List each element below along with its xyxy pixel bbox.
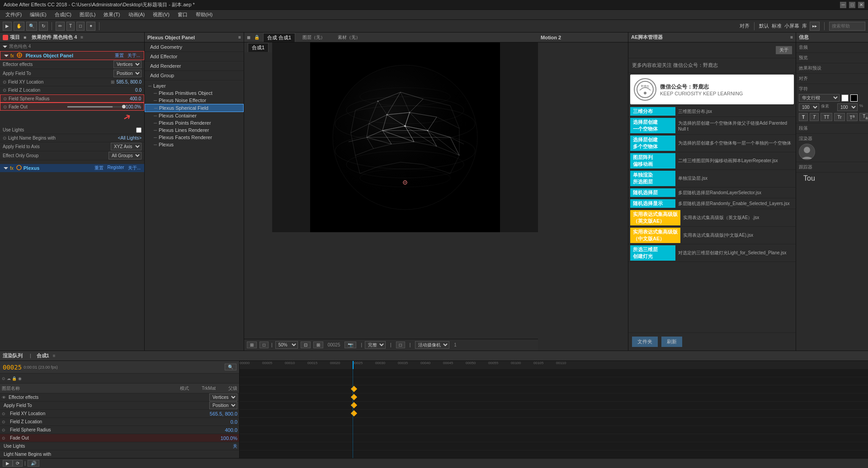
- menu-help[interactable]: 帮助(H): [192, 10, 216, 19]
- about-button[interactable]: 关于: [776, 46, 792, 54]
- viewer-tab-comp[interactable]: 合成 合成1: [263, 33, 295, 42]
- tool-text[interactable]: T: [66, 22, 75, 31]
- menu-edit[interactable]: 编辑(E): [26, 10, 50, 19]
- apply-field-dropdown[interactable]: Position: [113, 70, 142, 77]
- smallcaps-btn[interactable]: Tr: [834, 113, 844, 121]
- plexus-main-header[interactable]: fx Plexus 重置 Register 关于...: [0, 164, 144, 172]
- script-category-7[interactable]: 随机选择显示: [630, 199, 675, 208]
- tl-fadeout-value[interactable]: 100.0%: [221, 435, 237, 441]
- tl-z-value[interactable]: 0.0: [231, 419, 237, 425]
- tree-lines-renderer[interactable]: ─ Plexus Lines Renderer: [145, 126, 244, 134]
- menu-view[interactable]: 视图(V): [149, 10, 173, 19]
- workspace-small[interactable]: 小屏幕: [784, 23, 799, 29]
- menu-effects[interactable]: 效果(T): [100, 10, 123, 19]
- font-color-btn2[interactable]: [850, 94, 858, 102]
- tool-puppet[interactable]: ✦: [86, 22, 95, 31]
- light-name-value[interactable]: <All Lights>: [118, 136, 142, 140]
- tool-shape[interactable]: □: [76, 22, 85, 31]
- script-category-10[interactable]: 所选三维层创建灯光: [630, 245, 675, 261]
- script-category-5[interactable]: 单独渲染所选图层: [630, 171, 675, 186]
- script-category-4[interactable]: 图层阵列偏移动画: [630, 153, 675, 168]
- field-z-value[interactable]: 0.0: [135, 88, 142, 93]
- field-xy-value[interactable]: 585.5, 800.0: [116, 80, 142, 84]
- keyframe-marker-2[interactable]: [351, 394, 357, 400]
- tool-pen[interactable]: ✏: [56, 22, 65, 31]
- tool-select[interactable]: ▶: [3, 22, 12, 31]
- script-category-6[interactable]: 随机选择层: [630, 188, 675, 197]
- tl-audio-btn[interactable]: 🔊: [28, 460, 39, 467]
- menu-animation[interactable]: 动画(A): [125, 10, 149, 19]
- camera-btn[interactable]: 📷: [344, 342, 356, 348]
- tl-loop-btn[interactable]: ⟳: [13, 460, 23, 467]
- font-color-btn[interactable]: [841, 94, 849, 102]
- plexus-panel-menu[interactable]: ≡: [238, 35, 241, 40]
- keyframe-marker-4[interactable]: [351, 410, 357, 417]
- script-category-9[interactable]: 实用表达式集高级版（中文版AE）: [630, 228, 680, 243]
- add-group-btn[interactable]: Add Group: [145, 71, 244, 80]
- timeline-menu[interactable]: ≡: [53, 353, 56, 358]
- tree-primitives[interactable]: ─ Plexus Primitives Object: [145, 89, 244, 97]
- sphere-radius-value[interactable]: 400.0: [130, 96, 141, 101]
- snap-btn[interactable]: ⊞: [247, 342, 257, 348]
- tree-plexus[interactable]: ─ Plexus: [145, 141, 244, 148]
- search-input[interactable]: [829, 22, 865, 31]
- tool-hand[interactable]: ✋: [14, 22, 24, 31]
- layer-view-btn[interactable]: □: [259, 342, 269, 348]
- comp-tab[interactable]: 合成1: [248, 43, 269, 52]
- tool-zoom[interactable]: 🔍: [26, 22, 37, 31]
- about-link[interactable]: 关于...: [127, 52, 140, 59]
- script-category-3[interactable]: 选择层创建多个空物体: [630, 136, 675, 151]
- script-category-2[interactable]: 选择层创建一个空物体: [630, 118, 675, 133]
- use-lights-checkbox[interactable]: [136, 127, 142, 133]
- font-size-dropdown[interactable]: 100: [799, 103, 819, 111]
- add-renderer-btn[interactable]: Add Renderer: [145, 61, 244, 71]
- tree-noise-effector[interactable]: ─ Plexus Noise Effector: [145, 97, 244, 104]
- bold-btn[interactable]: T: [799, 113, 808, 121]
- tree-points-renderer[interactable]: ─ Plexus Points Renderer: [145, 119, 244, 126]
- maximize-button[interactable]: □: [849, 2, 855, 8]
- sub-btn[interactable]: Ta: [859, 113, 868, 121]
- quality-dropdown[interactable]: 完整: [365, 341, 386, 349]
- tl-effector-dropdown[interactable]: Vertices: [209, 393, 237, 401]
- camera-dropdown[interactable]: 活动摄像机: [415, 341, 449, 349]
- search-layers-btn[interactable]: 🔍: [225, 364, 236, 370]
- apply-axis-dropdown[interactable]: XYZ Axis: [111, 143, 142, 150]
- layer-vis-1[interactable]: 👁: [2, 395, 6, 400]
- script-category-1[interactable]: 三维分布: [630, 107, 675, 116]
- add-effector-btn[interactable]: Add Effector: [145, 52, 244, 61]
- tree-facets-renderer[interactable]: ─ Plexus Facets Renderer: [145, 134, 244, 141]
- panel-menu-icon[interactable]: ≡: [80, 35, 83, 40]
- plexus-about[interactable]: 关于...: [128, 165, 141, 171]
- effect-only-dropdown[interactable]: All Groups: [108, 152, 142, 159]
- super-btn[interactable]: Ta: [847, 113, 858, 121]
- tree-container[interactable]: ─ Plexus Container: [145, 112, 244, 119]
- file-folder-btn[interactable]: 文件夹: [632, 337, 658, 347]
- workspace-more[interactable]: ▸▸: [810, 22, 820, 31]
- workspace-library[interactable]: 库: [802, 23, 807, 29]
- add-geometry-btn[interactable]: Add Geometry: [145, 42, 244, 52]
- plexus-reset[interactable]: 重置: [94, 165, 104, 171]
- tl-apply-dropdown[interactable]: Position: [209, 402, 237, 409]
- fit-btn[interactable]: ⊡: [301, 342, 311, 348]
- tool-rotate[interactable]: ↻: [39, 22, 48, 31]
- effector-dropdown[interactable]: Vertices: [113, 61, 142, 68]
- keyframe-marker-1[interactable]: [351, 386, 357, 392]
- font-dropdown[interactable]: 华文行楷: [799, 94, 840, 102]
- tl-xy-value[interactable]: 565.5, 800.0: [210, 411, 237, 417]
- keyframe-marker-3[interactable]: [351, 402, 357, 408]
- menu-file[interactable]: 文件(F): [2, 10, 25, 19]
- timecode[interactable]: 00025: [3, 364, 22, 371]
- grid-btn[interactable]: ⊞: [313, 342, 323, 348]
- fade-slider[interactable]: [67, 106, 124, 108]
- menu-composition[interactable]: 合成(C): [51, 10, 75, 19]
- plexus-spherical-header[interactable]: fx Plexus Object Panel 重置 关于...: [0, 51, 144, 60]
- zoom-dropdown[interactable]: 50%: [275, 341, 298, 349]
- menu-layer[interactable]: 图层(L): [76, 10, 99, 19]
- plexus-register[interactable]: Register: [107, 165, 124, 171]
- italic-btn[interactable]: T: [810, 113, 819, 121]
- fade-out-value[interactable]: 100.0%: [126, 104, 141, 109]
- view-mode-btn[interactable]: □: [396, 342, 405, 348]
- menu-window[interactable]: 窗口: [174, 10, 191, 19]
- tree-root[interactable]: ─ Layer: [145, 82, 244, 89]
- tl-radius-value[interactable]: 400.0: [225, 427, 237, 433]
